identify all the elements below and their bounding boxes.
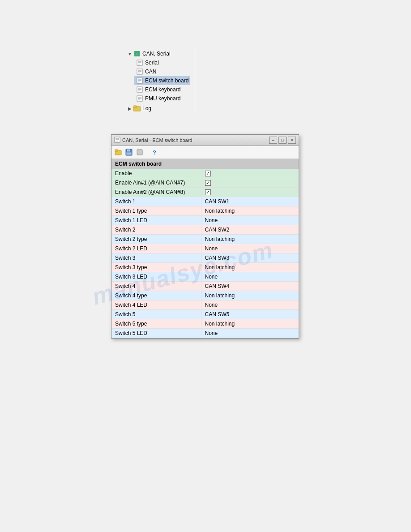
table-row-label: Switch 5 xyxy=(111,310,201,319)
svg-rect-1 xyxy=(137,51,140,53)
stop-toolbar-button[interactable] xyxy=(135,147,145,157)
save-toolbar-button[interactable] xyxy=(124,147,134,157)
table-row-label: Switch 5 LED xyxy=(111,329,201,338)
dialog-title-text: CAN, Serial - ECM switch board xyxy=(122,137,193,143)
svg-rect-2 xyxy=(134,54,137,56)
checkbox[interactable]: ✓ xyxy=(205,180,211,186)
tree-label-pmu-keyboard: PMU keyboard xyxy=(145,95,180,102)
doc-icon-ecm-keyboard xyxy=(136,86,143,93)
svg-rect-30 xyxy=(133,106,137,107)
properties-table: Enable✓Enable Ain#1 (@AIN CAN#7)✓Enable … xyxy=(111,169,299,338)
tree-label-can: CAN xyxy=(145,69,156,75)
table-row-label: Switch 5 type xyxy=(111,319,201,329)
tree-item-can-serial[interactable]: ▼ CAN, Serial xyxy=(125,49,190,58)
dialog-doc-icon xyxy=(114,137,120,144)
tree-children-can-serial: Serial CAN ECM s xyxy=(134,58,190,103)
svg-rect-39 xyxy=(126,152,132,155)
table-row-label: Switch 4 type xyxy=(111,291,201,300)
tree-item-can[interactable]: CAN xyxy=(134,67,190,76)
table-row-label: Switch 1 type xyxy=(111,206,201,216)
tree-label-can-serial: CAN, Serial xyxy=(142,51,171,57)
restore-button[interactable]: □ xyxy=(278,137,287,144)
table-row-label: Switch 4 xyxy=(111,282,201,291)
doc-icon-ecm-switch xyxy=(136,77,143,84)
table-row-value[interactable]: CAN SW4 xyxy=(201,282,299,291)
doc-icon-can xyxy=(136,68,143,75)
expand-arrow-can-serial[interactable]: ▼ xyxy=(127,51,133,56)
svg-rect-5 xyxy=(137,51,138,53)
svg-rect-7 xyxy=(134,53,136,55)
table-header: ECM switch board xyxy=(111,159,299,169)
expand-arrow-log[interactable]: ▶ xyxy=(127,106,133,111)
tree-panel: ▼ CAN, Serial xyxy=(125,49,195,113)
table-row-value[interactable]: CAN SW2 xyxy=(201,225,299,235)
ecm-switch-board-dialog: CAN, Serial - ECM switch board – □ ✕ xyxy=(111,134,299,339)
table-row-value[interactable]: Non latching xyxy=(201,235,299,244)
table-row-label: Switch 2 LED xyxy=(111,244,201,253)
table-row-value[interactable]: CAN SW5 xyxy=(201,310,299,319)
tree-label-log: Log xyxy=(142,105,151,112)
svg-rect-40 xyxy=(128,150,128,151)
doc-icon-pmu-keyboard xyxy=(136,95,143,102)
table-row-value[interactable]: ✓ xyxy=(201,169,299,178)
svg-rect-0 xyxy=(134,51,137,53)
close-button[interactable]: ✕ xyxy=(288,137,296,144)
table-row-label: Switch 1 LED xyxy=(111,216,201,225)
table-row-value[interactable]: ✓ xyxy=(201,178,299,188)
table-row-label: Enable xyxy=(111,169,201,178)
dialog-title-area: CAN, Serial - ECM switch board xyxy=(114,137,193,144)
table-row-value[interactable]: CAN SW3 xyxy=(201,253,299,263)
tree-item-serial[interactable]: Serial xyxy=(134,58,190,67)
svg-rect-6 xyxy=(137,55,138,56)
table-row-value[interactable]: Non latching xyxy=(201,319,299,329)
table-row-value[interactable]: None xyxy=(201,272,299,282)
table-row-label: Switch 3 type xyxy=(111,263,201,272)
tree-item-ecm-switch-board[interactable]: ECM switch board xyxy=(134,76,190,85)
svg-rect-41 xyxy=(137,150,142,155)
table-row-value[interactable]: None xyxy=(201,244,299,253)
table-row-label: Switch 3 LED xyxy=(111,272,201,282)
tree-label-ecm-keyboard: ECM keyboard xyxy=(145,86,180,93)
table-row-value[interactable]: Non latching xyxy=(201,291,299,300)
svg-rect-8 xyxy=(138,53,140,55)
table-row-value[interactable]: ✓ xyxy=(201,188,299,197)
table-row-value[interactable]: Non latching xyxy=(201,206,299,216)
table-row-label: Switch 2 xyxy=(111,225,201,235)
toolbar-separator xyxy=(147,148,147,156)
open-toolbar-button[interactable] xyxy=(113,147,123,157)
dialog-toolbar: ? xyxy=(111,146,299,159)
dialog-titlebar: CAN, Serial - ECM switch board – □ ✕ xyxy=(111,135,299,146)
svg-point-4 xyxy=(136,53,138,55)
table-row-value[interactable]: None xyxy=(201,329,299,338)
table-title: ECM switch board xyxy=(115,161,162,167)
table-row-label: Switch 2 type xyxy=(111,235,201,244)
table-row-label: Enable Ain#2 (@AIN CAN#8) xyxy=(111,188,201,197)
tree-label-serial: Serial xyxy=(145,60,159,66)
tree-item-log[interactable]: ▶ Log xyxy=(125,104,190,113)
table-row-value[interactable]: None xyxy=(201,216,299,225)
table-row-label: Switch 1 xyxy=(111,197,201,206)
minimize-button[interactable]: – xyxy=(269,137,277,144)
puzzle-icon xyxy=(133,50,141,57)
table-row-label: Switch 3 xyxy=(111,253,201,263)
doc-icon-serial xyxy=(136,59,143,66)
checkbox[interactable]: ✓ xyxy=(205,171,211,176)
svg-rect-36 xyxy=(115,150,118,151)
ecm-table-section: ECM switch board Enable✓Enable Ain#1 (@A… xyxy=(111,159,299,338)
dialog-window-controls: – □ ✕ xyxy=(269,137,296,144)
svg-rect-3 xyxy=(137,54,140,56)
tree-item-ecm-keyboard[interactable]: ECM keyboard xyxy=(134,85,190,94)
table-row-value[interactable]: CAN SW1 xyxy=(201,197,299,206)
tree-label-ecm-switch-board: ECM switch board xyxy=(145,77,188,84)
table-row-value[interactable]: None xyxy=(201,300,299,310)
help-toolbar-button[interactable]: ? xyxy=(150,147,159,157)
folder-icon-log xyxy=(133,105,141,112)
table-row-label: Switch 4 LED xyxy=(111,300,201,310)
table-row-label: Enable Ain#1 (@AIN CAN#7) xyxy=(111,178,201,188)
tree-item-pmu-keyboard[interactable]: PMU keyboard xyxy=(134,94,190,103)
checkbox[interactable]: ✓ xyxy=(205,189,211,195)
table-row-value[interactable]: Non latching xyxy=(201,263,299,272)
